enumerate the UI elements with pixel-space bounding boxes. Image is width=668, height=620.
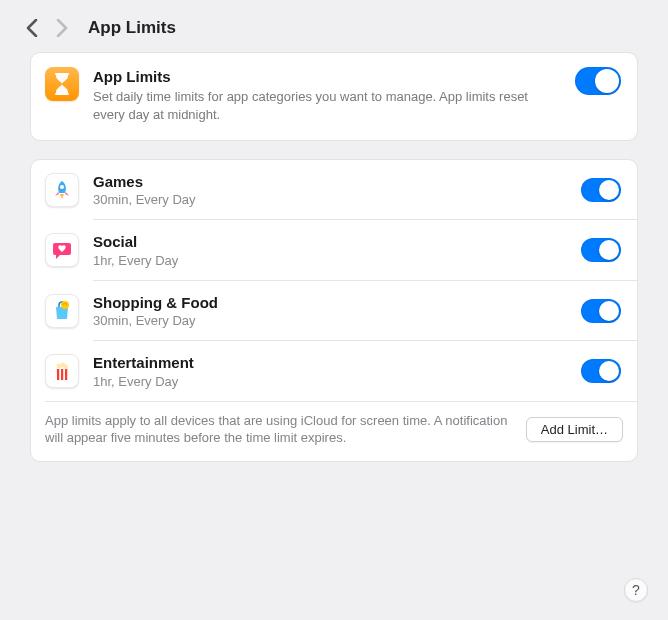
category-detail: 30min, Every Day	[93, 192, 567, 207]
shopping-bag-icon	[45, 294, 79, 328]
category-detail: 1hr, Every Day	[93, 374, 567, 389]
svg-point-9	[64, 365, 68, 369]
category-toggle-games[interactable]	[581, 178, 621, 202]
svg-rect-6	[65, 369, 67, 380]
footer-row: App limits apply to all devices that are…	[31, 402, 637, 461]
content: App Limits Set daily time limits for app…	[0, 52, 668, 462]
category-toggle-social[interactable]	[581, 238, 621, 262]
category-row-entertainment[interactable]: Entertainment 1hr, Every Day	[31, 341, 637, 401]
app-limits-pane: App Limits App Limits Set daily time lim…	[0, 0, 668, 462]
chevron-right-icon	[56, 19, 68, 37]
chat-heart-icon	[45, 233, 79, 267]
app-limits-toggle[interactable]	[575, 67, 621, 95]
main-row: App Limits Set daily time limits for app…	[31, 53, 637, 140]
svg-point-3	[61, 301, 69, 309]
popcorn-icon	[45, 354, 79, 388]
main-description: Set daily time limits for app categories…	[93, 88, 561, 124]
main-card: App Limits Set daily time limits for app…	[30, 52, 638, 141]
add-limit-button[interactable]: Add Limit…	[526, 417, 623, 442]
category-text: Social 1hr, Every Day	[93, 232, 567, 268]
category-name: Shopping & Food	[93, 293, 567, 313]
main-title: App Limits	[93, 67, 561, 87]
category-toggle-shopping[interactable]	[581, 299, 621, 323]
svg-rect-1	[55, 93, 69, 95]
header: App Limits	[0, 0, 668, 52]
category-detail: 1hr, Every Day	[93, 253, 567, 268]
chevron-left-icon	[26, 19, 38, 37]
forward-button[interactable]	[56, 19, 68, 37]
category-name: Social	[93, 232, 567, 252]
footer-note: App limits apply to all devices that are…	[45, 412, 512, 447]
svg-rect-5	[61, 369, 63, 380]
nav-arrows	[26, 19, 68, 37]
category-row-games[interactable]: Games 30min, Every Day	[31, 160, 637, 220]
categories-card: Games 30min, Every Day Social 1hr, Every…	[30, 159, 638, 462]
hourglass-icon	[45, 67, 79, 101]
page-title: App Limits	[88, 18, 176, 38]
back-button[interactable]	[26, 19, 38, 37]
category-name: Entertainment	[93, 353, 567, 373]
category-row-shopping[interactable]: Shopping & Food 30min, Every Day	[31, 281, 637, 341]
help-button[interactable]: ?	[624, 578, 648, 602]
category-row-social[interactable]: Social 1hr, Every Day	[31, 220, 637, 280]
svg-rect-4	[57, 369, 59, 380]
main-row-text: App Limits Set daily time limits for app…	[93, 67, 561, 124]
svg-rect-0	[55, 73, 69, 75]
svg-point-2	[60, 185, 64, 189]
category-text: Entertainment 1hr, Every Day	[93, 353, 567, 389]
category-text: Shopping & Food 30min, Every Day	[93, 293, 567, 329]
category-detail: 30min, Every Day	[93, 313, 567, 328]
category-text: Games 30min, Every Day	[93, 172, 567, 208]
category-toggle-entertainment[interactable]	[581, 359, 621, 383]
rocket-icon	[45, 173, 79, 207]
category-name: Games	[93, 172, 567, 192]
